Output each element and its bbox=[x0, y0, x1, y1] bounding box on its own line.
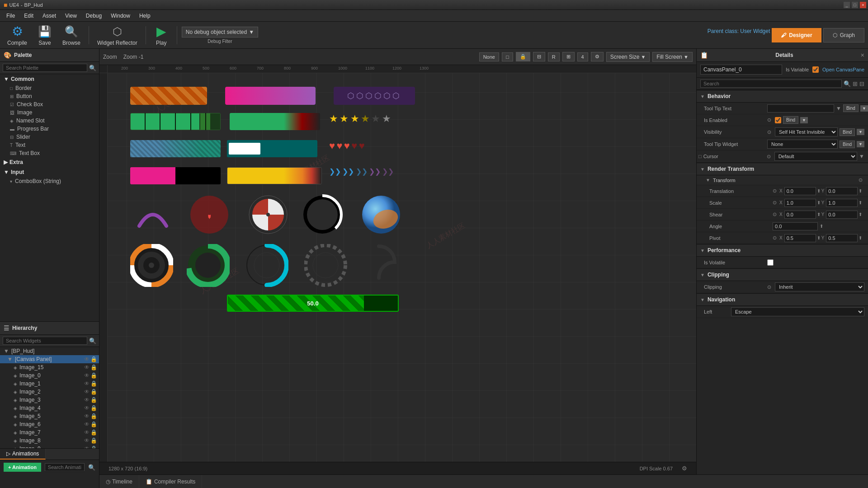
hier-lock-icon-img2[interactable]: 🔒 bbox=[90, 389, 97, 395]
scale-x-input[interactable] bbox=[784, 199, 816, 207]
translation-x-input[interactable] bbox=[784, 187, 816, 195]
hier-item-img15[interactable]: ◈ Image_15 👁 🔒 bbox=[0, 363, 99, 371]
hier-item-img3[interactable]: ◈ Image_3 👁 🔒 bbox=[0, 396, 99, 404]
menu-window[interactable]: Window bbox=[106, 12, 135, 20]
canvas-tool-2[interactable]: 🔒 bbox=[516, 52, 530, 61]
palette-item-image[interactable]: 🖼 Image bbox=[0, 108, 99, 117]
menu-help[interactable]: Help bbox=[135, 12, 155, 20]
palette-item-slider[interactable]: ⊟ Slider bbox=[0, 133, 99, 141]
hier-item-bphud[interactable]: ▼ [BP_Hud] bbox=[0, 347, 99, 355]
shear-y-stepper[interactable]: ⬆ bbox=[859, 212, 862, 217]
transform-sub-header[interactable]: ▼ Transform ⊙ bbox=[697, 175, 868, 185]
menu-file[interactable]: File bbox=[2, 12, 19, 20]
palette-item-button[interactable]: ⊞ Button bbox=[0, 92, 99, 100]
nav-left-select[interactable]: Escape bbox=[731, 307, 864, 316]
widget-reflector-button[interactable]: ⬡ Widget Reflector bbox=[94, 23, 141, 48]
hier-lock-icon[interactable]: 🔒 bbox=[90, 356, 97, 362]
pivot-icon[interactable]: ⊙ bbox=[773, 235, 777, 241]
hier-eye-icon-img1[interactable]: 👁 bbox=[84, 380, 90, 387]
hier-eye-icon-img3[interactable]: 👁 bbox=[84, 397, 90, 403]
hier-item-img6[interactable]: ◈ Image_6 👁 🔒 bbox=[0, 420, 99, 428]
fill-screen-btn[interactable]: Fill Screen ▼ bbox=[652, 52, 693, 62]
parent-class-value[interactable]: User Widget bbox=[740, 28, 770, 34]
transform-reset-icon[interactable]: ⊙ bbox=[859, 177, 863, 183]
cursor-icon[interactable]: ⊙ bbox=[767, 154, 771, 160]
palette-input-group[interactable]: ▼ Input bbox=[0, 167, 99, 177]
tooltip-widget-dropdown[interactable]: None bbox=[767, 140, 838, 149]
is-volatile-checkbox[interactable] bbox=[767, 259, 774, 266]
hier-eye-icon-img4[interactable]: 👁 bbox=[84, 405, 90, 411]
palette-item-progress-bar[interactable]: ▬ Progress Bar bbox=[0, 125, 99, 133]
compiler-tab[interactable]: 📋 Compiler Results bbox=[139, 475, 202, 488]
shear-y-input[interactable] bbox=[826, 211, 858, 219]
screen-size-btn[interactable]: Screen Size ▼ bbox=[606, 52, 650, 62]
navigation-section-header[interactable]: ▼ Navigation bbox=[697, 293, 868, 306]
hier-item-img5[interactable]: ◈ Image_5 👁 🔒 bbox=[0, 412, 99, 420]
hier-eye-icon-img0[interactable]: 👁 bbox=[84, 372, 90, 379]
hier-eye-icon-img15[interactable]: 👁 bbox=[84, 364, 90, 371]
canvas-tool-1[interactable]: □ bbox=[502, 52, 513, 61]
hier-item-img0[interactable]: ◈ Image_0 👁 🔒 bbox=[0, 371, 99, 380]
details-is-variable-checkbox[interactable] bbox=[812, 66, 819, 73]
menu-debug[interactable]: Debug bbox=[81, 12, 106, 20]
hier-lock-icon-img15[interactable]: 🔒 bbox=[90, 364, 97, 371]
shear-icon[interactable]: ⊙ bbox=[773, 211, 777, 217]
hier-eye-icon-img6[interactable]: 👁 bbox=[84, 421, 90, 427]
shear-x-stepper[interactable]: ⬆ bbox=[817, 212, 821, 217]
hier-eye-icon-img7[interactable]: 👁 bbox=[84, 429, 90, 436]
hierarchy-search-icon[interactable]: 🔍 bbox=[89, 338, 96, 344]
details-search-input[interactable] bbox=[700, 80, 842, 88]
scale-y-input[interactable] bbox=[826, 199, 858, 207]
hier-item-img2[interactable]: ◈ Image_2 👁 🔒 bbox=[0, 388, 99, 396]
visibility-bind-dropdown[interactable]: ▼ bbox=[857, 129, 864, 135]
minimize-button[interactable]: _ bbox=[844, 2, 850, 8]
timeline-tab[interactable]: ◷ Timeline bbox=[99, 475, 139, 488]
cursor-row-icon[interactable]: □ bbox=[698, 154, 702, 159]
scale-x-stepper[interactable]: ⬆ bbox=[817, 200, 821, 205]
scale-icon[interactable]: ⊙ bbox=[773, 200, 777, 206]
palette-item-text[interactable]: T Text bbox=[0, 141, 99, 149]
hierarchy-search-input[interactable] bbox=[3, 337, 87, 345]
details-close-icon[interactable]: × bbox=[861, 52, 864, 59]
behavior-section-header[interactable]: ▼ Behavior bbox=[697, 90, 868, 103]
compile-button[interactable]: ⚙ Compile bbox=[4, 23, 31, 48]
menu-edit[interactable]: Edit bbox=[19, 12, 38, 20]
canvas-tool-4[interactable]: 4 bbox=[577, 52, 588, 61]
play-button[interactable]: ▶ Play bbox=[151, 23, 172, 48]
none-btn[interactable]: None bbox=[479, 52, 499, 61]
details-search-icon[interactable]: 🔍 bbox=[844, 80, 851, 87]
is-enabled-icon[interactable]: ⊙ bbox=[767, 117, 771, 123]
pivot-x-stepper[interactable]: ⬆ bbox=[817, 235, 821, 240]
tooltip-text-input[interactable] bbox=[767, 104, 834, 113]
translation-y-input[interactable] bbox=[826, 187, 858, 195]
canvas-tool-r[interactable]: R bbox=[548, 52, 560, 61]
hier-lock-icon-img3[interactable]: 🔒 bbox=[90, 397, 97, 403]
clipping-icon[interactable]: ⊙ bbox=[767, 284, 771, 290]
clipping-section-header[interactable]: ▼ Clipping bbox=[697, 268, 868, 281]
performance-section-header[interactable]: ▼ Performance bbox=[697, 244, 868, 257]
palette-search-icon[interactable]: 🔍 bbox=[89, 65, 96, 71]
designer-mode-button[interactable]: 🖌 Designer bbox=[772, 28, 821, 42]
canvas-tool-settings[interactable]: ⚙ bbox=[591, 52, 604, 61]
tooltip-widget-bind-btn[interactable]: Bind bbox=[840, 141, 855, 148]
palette-extra-group[interactable]: ▶ Extra bbox=[0, 157, 99, 167]
hier-item-img4[interactable]: ◈ Image_4 👁 🔒 bbox=[0, 404, 99, 412]
hier-lock-icon-img5[interactable]: 🔒 bbox=[90, 413, 97, 419]
menu-view[interactable]: View bbox=[61, 12, 81, 20]
tooltip-bind-button[interactable]: Bind bbox=[843, 104, 859, 112]
palette-item-named-slot[interactable]: ◈ Named Slot bbox=[0, 117, 99, 125]
hier-eye-icon[interactable]: 👁 bbox=[84, 356, 90, 362]
palette-item-border[interactable]: □ Border bbox=[0, 84, 99, 92]
menu-asset[interactable]: Asset bbox=[38, 12, 61, 20]
tooltip-bind-dropdown[interactable]: ▼ bbox=[860, 105, 868, 112]
animation-search-input[interactable] bbox=[45, 463, 85, 471]
details-name-input[interactable] bbox=[700, 65, 782, 75]
canvas-tool-grid[interactable]: ⊞ bbox=[562, 52, 575, 61]
hier-item-img8[interactable]: ◈ Image_8 👁 🔒 bbox=[0, 436, 99, 445]
palette-search-input[interactable] bbox=[3, 64, 87, 72]
hier-item-img7[interactable]: ◈ Image_7 👁 🔒 bbox=[0, 428, 99, 436]
cursor-dropdown[interactable]: Default bbox=[774, 152, 857, 161]
hier-lock-icon-img1[interactable]: 🔒 bbox=[90, 380, 97, 387]
hier-eye-icon-img5[interactable]: 👁 bbox=[84, 413, 90, 419]
hier-lock-icon-img7[interactable]: 🔒 bbox=[90, 429, 97, 436]
